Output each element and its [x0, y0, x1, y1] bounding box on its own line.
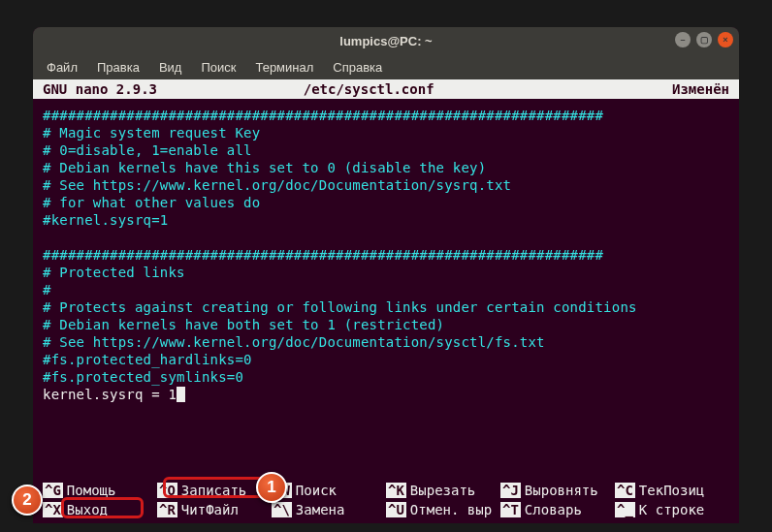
annotation-badge-1: 1 [256, 472, 287, 503]
keycap: ^U [386, 502, 406, 517]
keycap: ^C [615, 483, 635, 498]
titlebar: lumpics@PC: ~ – ▢ × [33, 27, 739, 54]
help-label: Записать [181, 483, 246, 498]
help-label: Помощь [67, 483, 116, 498]
nano-filename: /etc/sysctl.conf [304, 81, 642, 97]
editor-line: # for what other values do [43, 194, 729, 211]
nano-help-bar: ^GПомощь^OЗаписать^WПоиск^KВырезать^JВыр… [33, 481, 739, 523]
help-spell[interactable]: ^TСловарь [500, 500, 615, 519]
help-label: ТекПозиц [639, 483, 704, 498]
maximize-button[interactable]: ▢ [696, 32, 712, 47]
minimize-button[interactable]: – [675, 32, 691, 47]
help-label: Выровнять [525, 483, 598, 498]
editor-line: # Debian kernels have this set to 0 (dis… [43, 159, 729, 176]
editor-line: # Protected links [43, 264, 729, 281]
window-title: lumpics@PC: ~ [339, 34, 432, 48]
help-justify[interactable]: ^JВыровнять [500, 481, 615, 500]
terminal-window: lumpics@PC: ~ – ▢ × Файл Правка Вид Поис… [33, 27, 739, 523]
help-cut[interactable]: ^KВырезать [386, 481, 500, 500]
menu-view[interactable]: Вид [153, 57, 188, 78]
help-label: Отмен. выр [410, 502, 492, 517]
editor-line: #fs.protected_symlinks=0 [43, 368, 729, 386]
editor-content[interactable]: ########################################… [33, 99, 739, 403]
help-exit[interactable]: ^XВыход [43, 500, 157, 519]
editor-line: # See https://www.kernel.org/doc/Documen… [43, 333, 729, 351]
help-search[interactable]: ^WПоиск [272, 481, 386, 500]
help-curpos[interactable]: ^CТекПозиц [615, 481, 729, 500]
close-button[interactable]: × [718, 32, 733, 47]
help-label: ЧитФайл [181, 502, 239, 517]
keycap: ^J [500, 483, 521, 498]
menu-search[interactable]: Поиск [195, 57, 241, 78]
editor-line: # See https://www.kernel.org/doc/Documen… [43, 176, 729, 194]
menu-edit[interactable]: Правка [91, 57, 145, 78]
cursor [177, 387, 185, 402]
nano-header: GNU nano 2.9.3 /etc/sysctl.conf Изменён [33, 79, 739, 99]
help-goto[interactable]: ^_К строке [615, 500, 729, 519]
editor-line: # Protects against creating or following… [43, 298, 729, 316]
help-label: К строке [639, 502, 704, 517]
keycap: ^G [43, 483, 63, 498]
keycap: ^_ [615, 502, 635, 517]
keycap: ^R [157, 502, 177, 517]
help-readfile[interactable]: ^RЧитФайл [157, 500, 272, 519]
menu-terminal[interactable]: Терминал [249, 57, 319, 78]
editor-line: # Magic system request Key [43, 124, 729, 141]
keycap: ^X [43, 502, 63, 517]
help-writeout[interactable]: ^OЗаписать [157, 481, 272, 500]
help-uncut[interactable]: ^UОтмен. выр [386, 500, 500, 519]
help-replace[interactable]: ^\Замена [272, 500, 386, 519]
help-label: Словарь [525, 502, 582, 517]
editor-line: # 0=disable, 1=enable all [43, 141, 729, 159]
keycap: ^T [500, 502, 521, 517]
menu-help[interactable]: Справка [327, 57, 388, 78]
keycap: ^O [157, 483, 177, 498]
keycap: ^K [386, 483, 406, 498]
help-get-help[interactable]: ^GПомощь [43, 481, 157, 500]
editor-line: ########################################… [43, 107, 729, 124]
editor-line: #kernel.sysrq=1 [43, 211, 729, 229]
editor-line [43, 229, 729, 246]
help-label: Поиск [296, 483, 337, 498]
window-controls: – ▢ × [675, 32, 733, 47]
menu-file[interactable]: Файл [41, 57, 83, 78]
nano-version: GNU nano 2.9.3 [43, 81, 304, 97]
editor-line: kernel.sysrq = 1 [43, 386, 729, 403]
nano-status: Изменён [642, 81, 729, 97]
editor-line: # Debian kernels have both set to 1 (res… [43, 316, 729, 333]
menubar: Файл Правка Вид Поиск Терминал Справка [33, 54, 739, 79]
annotation-badge-2: 2 [12, 485, 43, 516]
editor-line: ########################################… [43, 246, 729, 264]
editor-line: #fs.protected_hardlinks=0 [43, 351, 729, 368]
help-label: Замена [296, 502, 345, 517]
keycap: ^\ [272, 502, 292, 517]
help-label: Выход [67, 502, 108, 517]
editor-line: # [43, 281, 729, 298]
help-label: Вырезать [410, 483, 475, 498]
